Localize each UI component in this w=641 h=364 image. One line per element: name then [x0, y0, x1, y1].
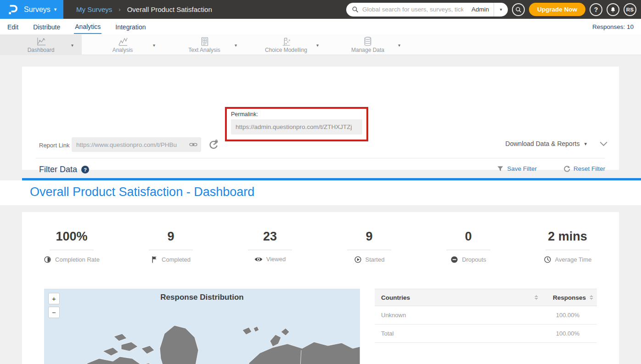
reset-icon [563, 165, 570, 172]
search-scope-caret-icon[interactable]: ▾ [494, 3, 508, 17]
permalink-field[interactable]: https://admin.questionpro.com/t/ZTHXJTZj [231, 119, 362, 134]
flag-icon [151, 256, 158, 263]
bell-icon [610, 6, 616, 13]
divider [446, 250, 490, 250]
secure-link-icon [208, 139, 219, 150]
report-filter-card: Report Link https://www.questionpro.com/… [22, 67, 619, 170]
table-row: Total 100.00% [375, 325, 597, 343]
help-button[interactable]: ? [590, 3, 602, 16]
stat-label: Average Time [555, 256, 592, 263]
dashboard-chart-icon [36, 37, 46, 46]
stat-average-time: 2 mins Average Time [518, 230, 617, 263]
advanced-search-button[interactable] [512, 3, 525, 16]
page-title: Overall Product Satisfaction - Dashboard [30, 185, 254, 199]
stat-value: 9 [121, 230, 220, 244]
report-link-label: Report Link [39, 142, 69, 149]
breadcrumb-parent[interactable]: My Surveys [76, 6, 112, 13]
stat-completed: 9 Completed [121, 230, 220, 263]
stat-started: 9 Started [320, 230, 419, 263]
user-avatar[interactable]: RS [624, 3, 636, 16]
table-row: Unknown 100.00% [375, 306, 597, 325]
reset-filter-label: Reset Filter [574, 165, 605, 172]
caret-down-icon[interactable]: ▾ [71, 42, 73, 47]
module-tab-analysis[interactable]: Analysis ▾ [82, 34, 163, 55]
upgrade-now-button[interactable]: Upgrade Now [529, 3, 585, 16]
chevron-down-icon: ▾ [54, 7, 57, 12]
save-filter-label: Save Filter [507, 165, 537, 172]
reset-filter-button[interactable]: Reset Filter [563, 165, 605, 172]
funnel-icon [497, 165, 504, 172]
caret-down-icon[interactable]: ▾ [153, 42, 155, 47]
completion-rate-icon [44, 256, 51, 263]
questionpro-logo-icon [6, 4, 18, 16]
sort-icon[interactable] [590, 295, 593, 300]
download-data-reports-menu[interactable]: Download Data & Reports ▾ [506, 140, 587, 147]
stat-dropouts: 0 Dropouts [419, 230, 518, 263]
stat-label: Completed [162, 256, 191, 263]
global-search-input[interactable] [359, 6, 467, 13]
module-tab-text-analysis[interactable]: Text Analysis ▾ [163, 34, 245, 55]
country-cell: Total [375, 330, 543, 337]
play-circle-icon [354, 256, 362, 263]
stat-value: 9 [320, 230, 419, 244]
sort-icon[interactable] [534, 295, 538, 300]
responses-cell: 100.00% [543, 330, 597, 337]
stat-value: 100% [22, 230, 121, 244]
map-zoom-in-button[interactable]: + [48, 293, 60, 304]
link-icon [189, 141, 197, 148]
minus-circle-icon [450, 256, 458, 263]
module-tab-label: Analysis [112, 47, 133, 53]
module-tab-label: Choice Modelling [265, 47, 307, 53]
caret-down-icon[interactable]: ▾ [316, 42, 319, 47]
notifications-button[interactable] [607, 3, 619, 16]
permalink-annotation-box: Permalink: https://admin.questionpro.com… [225, 107, 368, 141]
countries-table: Countries Responses Unknown 100.00% Tota… [375, 289, 597, 343]
divider [149, 250, 193, 250]
filter-data-title: Filter Data [39, 165, 77, 174]
module-tab-label: Text Analysis [188, 47, 220, 53]
tab-distribute[interactable]: Distribute [32, 20, 61, 34]
country-cell: Unknown [375, 312, 543, 319]
countries-column-header[interactable]: Countries [375, 294, 543, 301]
product-switcher[interactable]: Surveys ▾ [0, 0, 63, 19]
responses-column-label: Responses [553, 294, 586, 301]
breadcrumb-separator: › [118, 6, 120, 13]
breadcrumb: My Surveys › Overall Product Satisfactio… [76, 6, 212, 13]
responses-column-header[interactable]: Responses [543, 294, 597, 301]
caret-down-icon[interactable]: ▾ [235, 42, 237, 47]
choice-modelling-icon [281, 37, 291, 46]
stat-completion-rate: 100% Completion Rate [22, 230, 121, 263]
tab-edit[interactable]: Edit [6, 20, 19, 34]
divider [248, 250, 292, 250]
caret-down-icon: ▾ [584, 141, 587, 146]
search-scope-selector[interactable]: Admin [467, 3, 494, 17]
stat-label: Dropouts [462, 256, 486, 263]
text-analysis-icon [200, 37, 209, 46]
analysis-chart-icon [118, 37, 128, 46]
stat-viewed: 23 Viewed [220, 230, 320, 263]
save-filter-button[interactable]: Save Filter [497, 165, 537, 172]
module-tab-manage-data[interactable]: Manage Data ▾ [327, 34, 409, 55]
download-data-reports-label: Download Data & Reports [506, 140, 580, 147]
stat-label: Completion Rate [55, 256, 100, 263]
permalink-label: Permalink: [231, 111, 362, 118]
chevron-down-icon [600, 141, 607, 146]
report-link-field[interactable]: https://www.questionpro.com/t/PHBu [72, 137, 201, 152]
tab-integration[interactable]: Integration [114, 20, 146, 34]
module-tab-label: Manage Data [351, 47, 384, 53]
response-distribution-map[interactable]: Response Distribution + − [44, 289, 360, 364]
product-menu-label: Surveys [24, 6, 51, 14]
tab-analytics[interactable]: Analytics [74, 20, 101, 34]
responses-count: Responses: 10 [592, 23, 634, 30]
dashboard-card: 100% Completion Rate 9 Completed [22, 212, 619, 364]
module-tab-choice-modelling[interactable]: Choice Modelling ▾ [245, 34, 327, 55]
secure-report-link-button[interactable] [208, 139, 219, 150]
search-icon [515, 6, 522, 13]
global-search[interactable]: Admin ▾ [346, 3, 508, 17]
stats-row: 100% Completion Rate 9 Completed [22, 230, 619, 263]
stat-value: 0 [419, 230, 518, 244]
module-tab-dashboard[interactable]: Dashboard ▾ [0, 34, 82, 55]
caret-down-icon[interactable]: ▾ [398, 42, 400, 47]
filter-help-icon[interactable]: ? [81, 166, 89, 174]
collapse-panel-button[interactable] [600, 141, 607, 146]
